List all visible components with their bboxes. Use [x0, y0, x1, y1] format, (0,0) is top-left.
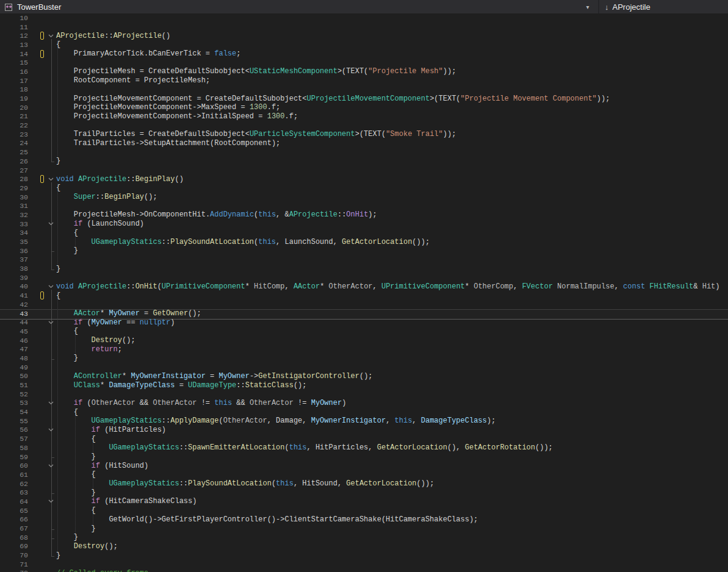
change-indicator-column	[40, 551, 45, 559]
code-line[interactable]: 34 {	[0, 229, 728, 238]
code-text: ProjectileMesh->OnComponentHit.AddDynami…	[56, 210, 377, 219]
code-line[interactable]: 52	[0, 390, 728, 399]
code-line[interactable]: 63 }	[0, 488, 728, 497]
symbol-navigation-dropdown[interactable]: ↓ AProjectile	[599, 0, 728, 13]
code-line[interactable]: 56 if (HitParticles)	[0, 426, 728, 435]
code-line[interactable]: 13{	[0, 40, 728, 49]
code-line[interactable]: 41{	[0, 291, 728, 300]
code-line[interactable]: 61 {	[0, 470, 728, 479]
code-line[interactable]: 59 }	[0, 452, 728, 462]
code-line[interactable]: 38}	[0, 264, 728, 273]
editor[interactable]: 101112AProjectile::AProjectile()13{14 Pr…	[0, 13, 728, 572]
code-line[interactable]: 15	[0, 58, 728, 67]
change-indicator-column	[40, 318, 45, 326]
cpp-file-icon	[4, 2, 13, 12]
code-line[interactable]: 49	[0, 363, 728, 372]
change-indicator-column	[40, 542, 45, 550]
code-line[interactable]: 71	[0, 560, 728, 569]
code-line[interactable]: 21 ProjectileMovementComponent->InitialS…	[0, 112, 728, 121]
code-line[interactable]: 22	[0, 121, 728, 130]
change-indicator-column	[40, 534, 45, 542]
code-line[interactable]: 53 if (OtherActor && OtherActor != this …	[0, 399, 728, 408]
code-line[interactable]: 45 {	[0, 327, 728, 336]
code-line[interactable]: 31	[0, 201, 728, 210]
code-line[interactable]: 62 UGameplayStatics::PlaySoundAtLocation…	[0, 479, 728, 488]
code-line[interactable]: 39	[0, 273, 728, 282]
code-line[interactable]: 25	[0, 148, 728, 157]
change-indicator-column	[40, 220, 45, 228]
code-line[interactable]: 42	[0, 300, 728, 309]
code-line[interactable]: 48 }	[0, 354, 728, 363]
code-line[interactable]: 26}	[0, 157, 728, 166]
code-line[interactable]: 29{	[0, 184, 728, 193]
change-indicator-column	[40, 77, 45, 85]
code-text: }	[56, 354, 78, 362]
change-indicator-column	[40, 23, 45, 31]
code-line[interactable]: 57 {	[0, 434, 728, 443]
code-text: }	[56, 524, 96, 533]
code-line[interactable]: 51 UClass* DamageTypeClass = UDamageType…	[0, 381, 728, 390]
code-line[interactable]: 47 return;	[0, 345, 728, 354]
code-line[interactable]: 70}	[0, 551, 728, 560]
code-line[interactable]: 69 Destroy();	[0, 542, 728, 551]
fold-chevron-icon[interactable]	[45, 177, 56, 181]
code-line[interactable]: 58 UGameplayStatics::SpawnEmitterAtLocat…	[0, 443, 728, 452]
code-line[interactable]: 23 TrailParticles = CreateDefaultSubobje…	[0, 130, 728, 139]
gutter-line-number: 44	[0, 318, 28, 326]
code-line[interactable]: 30 Super::BeginPlay();	[0, 193, 728, 202]
fold-chevron-icon[interactable]	[45, 428, 56, 432]
change-indicator-column	[40, 41, 45, 49]
code-text: {	[56, 327, 78, 335]
code-line[interactable]: 17 RootComponent = ProjectileMesh;	[0, 76, 728, 85]
code-line[interactable]: 32 ProjectileMesh->OnComponentHit.AddDyn…	[0, 210, 728, 220]
window-title: TowerBuster	[17, 2, 61, 12]
code-line[interactable]: 35 UGameplayStatics::PlaySoundAtLocation…	[0, 237, 728, 246]
gutter-line-number: 47	[0, 345, 28, 353]
fold-chevron-icon[interactable]	[45, 285, 56, 288]
code-line[interactable]: 66 GetWorld()->GetFirstPlayerController(…	[0, 515, 728, 524]
code-line[interactable]: 65 {	[0, 506, 728, 515]
code-line[interactable]: 11	[0, 23, 728, 32]
gutter-line-number: 18	[0, 85, 28, 93]
fold-chevron-icon[interactable]	[45, 464, 56, 468]
code-line[interactable]: 43 AActor* MyOwner = GetOwner();	[0, 309, 728, 318]
code-line[interactable]: 27	[0, 166, 728, 175]
code-line[interactable]: 16 ProjectileMesh = CreateDefaultSubobje…	[0, 67, 728, 76]
code-line[interactable]: 68 }	[0, 533, 728, 542]
fold-chevron-icon[interactable]	[45, 222, 56, 226]
code-line[interactable]: 55 UGameplayStatics::ApplyDamage(OtherAc…	[0, 416, 728, 426]
code-line[interactable]: 67 }	[0, 524, 728, 533]
code-line[interactable]: 28void AProjectile::BeginPlay()	[0, 174, 728, 184]
code-line[interactable]: 33 if (LaunchSound)	[0, 220, 728, 229]
fold-chevron-icon[interactable]	[45, 34, 56, 38]
fold-chevron-icon[interactable]	[45, 499, 56, 503]
code-line[interactable]: 10	[0, 13, 728, 23]
code-line[interactable]: 60 if (HitSound)	[0, 461, 728, 470]
code-text: PrimaryActorTick.bCanEverTick = false;	[56, 49, 240, 58]
code-line[interactable]: 19 ProjectileMovementComponent = CreateD…	[0, 94, 728, 103]
code-line[interactable]: 37	[0, 256, 728, 265]
code-line[interactable]: 64 if (HitCameraShakeClass)	[0, 497, 728, 506]
code-line[interactable]: 20 ProjectileMovementComponent->MaxSpeed…	[0, 103, 728, 112]
title-dropdown-button[interactable]: ▾	[577, 4, 598, 10]
code-editor-window: TowerBuster ▾ ↓ AProjectile 101112AProje…	[0, 0, 728, 572]
code-line[interactable]: 24 TrailParticles->SetupAttachment(RootC…	[0, 139, 728, 148]
code-line[interactable]: 14 PrimaryActorTick.bCanEverTick = false…	[0, 49, 728, 59]
code-line[interactable]: 54 {	[0, 407, 728, 416]
code-text: UClass* DamageTypeClass = UDamageType::S…	[56, 381, 307, 390]
gutter-line-number: 16	[0, 68, 28, 76]
code-text: if (OtherActor && OtherActor != this && …	[56, 399, 346, 407]
code-line[interactable]: 36 }	[0, 246, 728, 256]
code-line[interactable]: 12AProjectile::AProjectile()	[0, 31, 728, 40]
fold-chevron-icon[interactable]	[45, 321, 56, 324]
code-line[interactable]: 72// Called every frame	[0, 569, 728, 572]
code-line[interactable]: 46 Destroy();	[0, 336, 728, 345]
code-line[interactable]: 44 if (MyOwner == nullptr)	[0, 318, 728, 327]
code-line[interactable]: 40void AProjectile::OnHit(UPrimitiveComp…	[0, 282, 728, 291]
code-line[interactable]: 50 AController* MyOwnerInstigator = MyOw…	[0, 372, 728, 381]
code-line[interactable]: 18	[0, 85, 728, 95]
code-text: }	[56, 265, 60, 273]
fold-chevron-icon[interactable]	[45, 401, 56, 405]
change-indicator-column	[40, 256, 45, 263]
gutter-line-number: 22	[0, 121, 28, 129]
